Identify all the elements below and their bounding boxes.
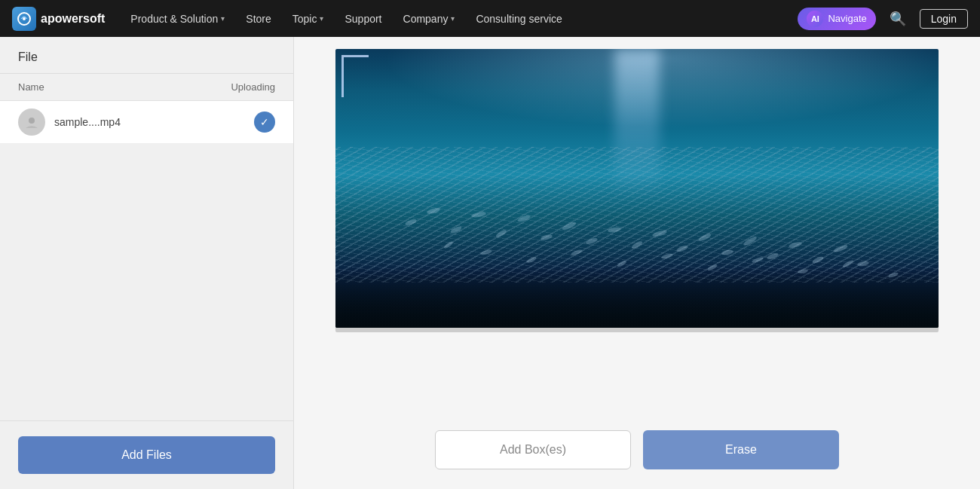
sidebar-file-header: File [0, 37, 293, 74]
ai-icon: AI [807, 11, 823, 27]
login-button[interactable]: Login [920, 9, 968, 29]
svg-point-19 [766, 252, 779, 260]
chevron-down-icon: ▾ [451, 14, 455, 23]
svg-point-33 [842, 259, 854, 268]
col-name-label: Name [18, 81, 44, 93]
video-progress-bar[interactable] [335, 328, 939, 332]
svg-point-31 [752, 256, 764, 264]
sidebar-footer: Add Files [0, 420, 293, 489]
svg-point-21 [811, 255, 824, 264]
svg-point-29 [661, 253, 674, 260]
svg-point-32 [798, 268, 809, 274]
svg-point-16 [698, 232, 712, 242]
svg-point-3 [404, 218, 417, 226]
svg-point-12 [608, 226, 622, 233]
svg-point-9 [540, 234, 553, 241]
nav-company[interactable]: Company ▾ [393, 0, 466, 37]
svg-point-28 [617, 259, 628, 267]
search-icon[interactable]: 🔍 [885, 11, 911, 27]
svg-point-8 [517, 214, 531, 223]
logo-icon [12, 7, 36, 31]
svg-point-13 [631, 240, 644, 249]
svg-point-11 [585, 237, 598, 245]
navbar: apowersoft Product & Solution ▾ Store To… [0, 0, 980, 37]
file-item[interactable]: sample....mp4 ✓ [0, 101, 293, 144]
svg-point-18 [743, 235, 758, 246]
svg-point-27 [571, 249, 583, 256]
svg-point-24 [443, 240, 454, 249]
svg-point-25 [480, 249, 493, 256]
svg-point-2 [29, 118, 35, 124]
fish-group [404, 207, 899, 279]
file-check-icon: ✓ [254, 112, 275, 133]
svg-point-17 [721, 249, 734, 256]
svg-point-20 [789, 241, 803, 249]
sidebar: File Name Uploading sample....mp4 ✓ [0, 37, 294, 489]
content-area: Add Box(es) Erase [294, 37, 980, 489]
svg-point-6 [471, 211, 487, 218]
erase-button[interactable]: Erase [643, 430, 839, 469]
chevron-down-icon: ▾ [320, 14, 323, 23]
svg-point-30 [707, 264, 718, 271]
file-thumbnail [18, 108, 45, 136]
video-preview-container [306, 49, 968, 415]
chevron-down-icon: ▾ [221, 14, 225, 23]
svg-point-15 [675, 244, 688, 252]
file-name-label: sample....mp4 [54, 116, 245, 128]
svg-point-34 [888, 271, 899, 278]
svg-point-22 [833, 244, 849, 253]
file-list: sample....mp4 ✓ [0, 101, 293, 420]
ai-navigate-button[interactable]: AI Navigate [798, 8, 875, 30]
nav-right-actions: AI Navigate 🔍 Login [798, 8, 968, 30]
svg-point-10 [562, 221, 577, 231]
logo[interactable]: apowersoft [12, 7, 105, 31]
nav-product-solution[interactable]: Product & Solution ▾ [120, 0, 235, 37]
svg-point-26 [526, 256, 537, 264]
video-preview [335, 49, 939, 328]
main-layout: File Name Uploading sample....mp4 ✓ [0, 37, 980, 489]
svg-point-7 [495, 228, 508, 238]
add-box-button[interactable]: Add Box(es) [435, 430, 631, 469]
nav-store[interactable]: Store [235, 0, 281, 37]
svg-point-23 [857, 261, 870, 267]
svg-point-14 [652, 230, 668, 238]
content-footer: Add Box(es) Erase [306, 415, 968, 477]
nav-topic[interactable]: Topic ▾ [282, 0, 335, 37]
svg-point-1 [23, 17, 26, 20]
add-files-button[interactable]: Add Files [18, 436, 275, 474]
svg-point-4 [427, 207, 441, 215]
nav-consulting[interactable]: Consulting service [465, 0, 572, 37]
file-list-header: Name Uploading [0, 74, 293, 101]
svg-point-5 [449, 225, 462, 234]
underwater-svg [335, 49, 939, 328]
logo-text: apowersoft [41, 12, 105, 26]
col-uploading-label: Uploading [231, 81, 275, 93]
nav-support[interactable]: Support [334, 0, 392, 37]
